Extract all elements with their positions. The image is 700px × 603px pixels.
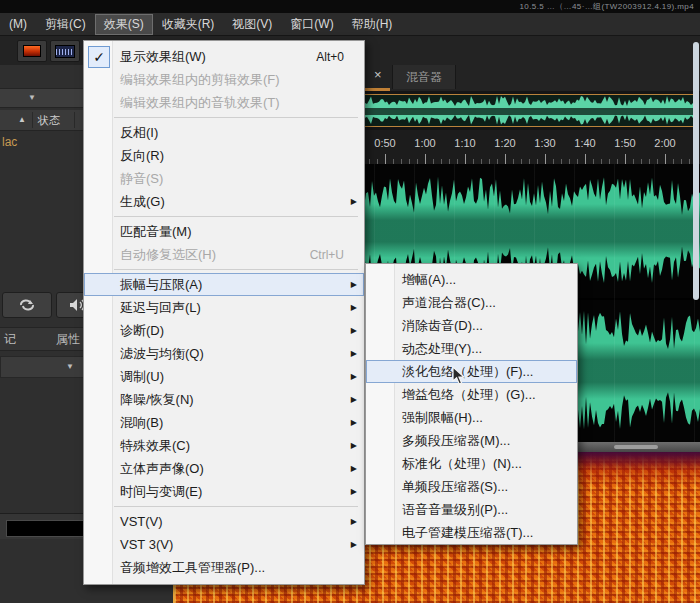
menu-item-stereo-imagery[interactable]: 立体声声像(O)▶: [84, 457, 364, 480]
menu-item-diagnostics[interactable]: 诊断(D)▶: [84, 319, 364, 342]
submenu-arrow-icon: ▶: [351, 487, 357, 496]
tick-label: 0:50: [365, 137, 405, 149]
menu-item-auto-heal[interactable]: 自动修复选区(H)Ctrl+U: [84, 243, 364, 266]
waveform-display-icon: [55, 45, 75, 58]
submenu-arrow-icon: ▶: [351, 280, 357, 289]
menu-separator: [114, 216, 358, 217]
menu-item-time-pitch[interactable]: 时间与变调(E)▶: [84, 480, 364, 503]
tick-label: 1:20: [485, 137, 525, 149]
submenu-item-dynamics-processing[interactable]: 动态处理(Y)...: [366, 337, 577, 360]
properties-tab[interactable]: 属性: [56, 331, 80, 348]
submenu-item-amplify[interactable]: 增幅(A)...: [366, 268, 577, 291]
menu-item-special-effects[interactable]: 特殊效果(C)▶: [84, 434, 364, 457]
menubar-item-window[interactable]: 窗口(W): [281, 14, 342, 35]
menubar-item-effects[interactable]: 效果(S): [95, 14, 153, 35]
menu-item-reverse[interactable]: 反向(R): [84, 144, 364, 167]
menu-item-reverb[interactable]: 混响(B)▶: [84, 411, 364, 434]
menu-item-edit-track-effects[interactable]: 编辑效果组内的音轨效果(T): [84, 91, 364, 114]
menubar-item-help[interactable]: 帮助(H): [343, 14, 402, 35]
menu-item-amplitude-compression[interactable]: 振幅与压限(A)▶: [84, 273, 364, 296]
loop-playback-button[interactable]: [2, 292, 52, 318]
menu-item-filter-eq[interactable]: 滤波与均衡(Q)▶: [84, 342, 364, 365]
menu-item-generate[interactable]: 生成(G)▶: [84, 190, 364, 213]
submenu-item-tube-modeled-compressor[interactable]: 电子管建模压缩器(T)...: [366, 521, 577, 544]
video-title-overlay: 10.5.5 …（…45·…组(TW2003912.4.19).mp4: [0, 0, 700, 13]
submenu-arrow-icon: ▶: [351, 197, 357, 206]
mixer-tab[interactable]: 混音器: [392, 65, 456, 89]
menu-separator: [114, 506, 358, 507]
submenu-item-hard-limiter[interactable]: 强制限幅(H)...: [366, 406, 577, 429]
menu-item-edit-clip-effects[interactable]: 编辑效果组内的剪辑效果(F): [84, 68, 364, 91]
submenu-arrow-icon: ▶: [351, 372, 357, 381]
tick-label: 2:00: [645, 137, 685, 149]
shortcut-label: Alt+0: [316, 50, 356, 64]
menu-item-plugin-manager[interactable]: 音频增效工具管理器(P)...: [84, 556, 364, 579]
amplitude-compression-submenu: 增幅(A)... 声道混合器(C)... 消除齿音(D)... 动态处理(Y).…: [365, 263, 578, 545]
file-name: lac: [2, 135, 17, 149]
submenu-item-channel-mixer[interactable]: 声道混合器(C)...: [366, 291, 577, 314]
menu-item-vst[interactable]: VST(V)▶: [84, 510, 364, 533]
chevron-down-icon: ▼: [28, 93, 36, 102]
video-title-text: 10.5.5 …（…45·…组(TW2003912.4.19).mp4: [519, 1, 694, 12]
checkmark-icon: ✓: [88, 46, 110, 68]
menu-item-invert[interactable]: 反相(I): [84, 121, 364, 144]
vertical-scrollbar[interactable]: [693, 42, 699, 300]
tick-label: 1:10: [445, 137, 485, 149]
submenu-arrow-icon: ▶: [351, 303, 357, 312]
menubar-item-multitrack[interactable]: (M): [0, 15, 36, 33]
mouse-cursor: [452, 366, 466, 390]
close-icon[interactable]: ×: [374, 67, 382, 82]
menu-item-silence[interactable]: 静音(S): [84, 167, 364, 190]
markers-tab[interactable]: 记: [4, 331, 16, 348]
submenu-arrow-icon: ▶: [351, 540, 357, 549]
menu-separator: [114, 117, 358, 118]
menubar-item-view[interactable]: 视图(V): [223, 14, 281, 35]
menu-item-match-volume[interactable]: 匹配音量(M): [84, 220, 364, 243]
submenu-arrow-icon: ▶: [351, 418, 357, 427]
chevron-down-icon: ▼: [66, 362, 74, 371]
sort-arrow-icon: ▲: [18, 115, 26, 124]
waveform-display-button[interactable]: [50, 40, 80, 62]
shortcut-label: Ctrl+U: [310, 248, 356, 262]
submenu-item-normalize[interactable]: 标准化（处理）(N)...: [366, 452, 577, 475]
submenu-item-deesser[interactable]: 消除齿音(D)...: [366, 314, 577, 337]
divider-handle[interactable]: [614, 445, 658, 449]
spectral-display-icon: [23, 45, 41, 57]
menubar-item-clip[interactable]: 剪辑(C): [36, 14, 95, 35]
submenu-arrow-icon: ▶: [351, 395, 357, 404]
submenu-item-single-band-compressor[interactable]: 单频段压缩器(S)...: [366, 475, 577, 498]
submenu-item-multiband-compressor[interactable]: 多频段压缩器(M)...: [366, 429, 577, 452]
effects-menu: ✓ 显示效果组(W) Alt+0 编辑效果组内的剪辑效果(F) 编辑效果组内的音…: [83, 40, 365, 585]
tick-label: 1:30: [525, 137, 565, 149]
submenu-arrow-icon: ▶: [351, 464, 357, 473]
menu-bar: (M) 剪辑(C) 效果(S) 收藏夹(R) 视图(V) 窗口(W) 帮助(H): [0, 13, 700, 36]
mixer-tab-label: 混音器: [406, 69, 442, 86]
submenu-item-gain-envelope[interactable]: 增益包络（处理）(G)...: [366, 383, 577, 406]
menu-item-show-effects-rack[interactable]: ✓ 显示效果组(W) Alt+0: [84, 45, 364, 68]
submenu-arrow-icon: ▶: [351, 441, 357, 450]
spectral-display-button[interactable]: [17, 40, 47, 62]
submenu-arrow-icon: ▶: [351, 326, 357, 335]
menu-item-modulation[interactable]: 调制(U)▶: [84, 365, 364, 388]
loop-icon: [18, 298, 36, 312]
menu-item-delay-echo[interactable]: 延迟与回声(L)▶: [84, 296, 364, 319]
submenu-arrow-icon: ▶: [351, 349, 357, 358]
tick-label: 1:40: [565, 137, 605, 149]
tick-label: 1:00: [405, 137, 445, 149]
menu-item-noise-reduction[interactable]: 降噪/恢复(N)▶: [84, 388, 364, 411]
tick-label: 1:50: [605, 137, 645, 149]
submenu-arrow-icon: ▶: [351, 517, 357, 526]
submenu-item-fade-envelope[interactable]: 淡化包络（处理）(F)...: [366, 360, 577, 383]
submenu-item-speech-volume-leveler[interactable]: 语音音量级别(P)...: [366, 498, 577, 521]
app-window: ) ▼ ▲ 状态 lac 记 属性 ▼: [0, 0, 700, 603]
menubar-item-favorites[interactable]: 收藏夹(R): [153, 14, 224, 35]
menu-item-vst3[interactable]: VST 3(V)▶: [84, 533, 364, 556]
menu-separator: [114, 269, 358, 270]
status-column-header[interactable]: 状态: [38, 113, 60, 128]
